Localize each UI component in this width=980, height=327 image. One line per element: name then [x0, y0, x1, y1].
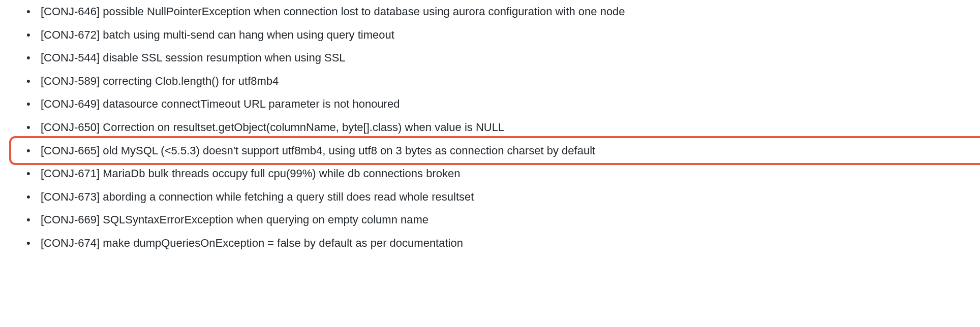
- changelog-item-highlighted: [CONJ-665] old MySQL (<5.5.3) doesn't su…: [30, 139, 970, 162]
- changelog-item-text: [CONJ-544] disable SSL session resumptio…: [41, 51, 346, 64]
- changelog-item: [CONJ-672] batch using multi-send can ha…: [30, 23, 970, 47]
- changelog-item: [CONJ-671] MariaDb bulk threads occupy f…: [30, 162, 970, 185]
- changelog-item-text: [CONJ-649] datasource connectTimeout URL…: [41, 97, 400, 110]
- changelog-item: [CONJ-673] abording a connection while f…: [30, 185, 970, 209]
- changelog-item-text: [CONJ-665] old MySQL (<5.5.3) doesn't su…: [41, 144, 595, 157]
- changelog-item: [CONJ-646] possible NullPointerException…: [30, 0, 970, 23]
- changelog-item-text: [CONJ-673] abording a connection while f…: [41, 190, 474, 203]
- changelog-item-text: [CONJ-650] Correction on resultset.getOb…: [41, 121, 504, 134]
- changelog-item: [CONJ-544] disable SSL session resumptio…: [30, 46, 970, 70]
- changelog-item-text: [CONJ-674] make dumpQueriesOnException =…: [41, 237, 463, 249]
- changelog-item: [CONJ-649] datasource connectTimeout URL…: [30, 92, 970, 116]
- changelog-item: [CONJ-674] make dumpQueriesOnException =…: [30, 232, 970, 255]
- changelog-item: [CONJ-650] Correction on resultset.getOb…: [30, 116, 970, 139]
- changelog-item-text: [CONJ-646] possible NullPointerException…: [41, 5, 625, 18]
- changelog-item-text: [CONJ-671] MariaDb bulk threads occupy f…: [41, 167, 460, 180]
- changelog-list: [CONJ-646] possible NullPointerException…: [10, 0, 970, 255]
- changelog-item: [CONJ-589] correcting Clob.length() for …: [30, 70, 970, 93]
- changelog-item-text: [CONJ-669] SQLSyntaxErrorException when …: [41, 213, 428, 226]
- changelog-item-text: [CONJ-589] correcting Clob.length() for …: [41, 75, 279, 87]
- changelog-item: [CONJ-669] SQLSyntaxErrorException when …: [30, 208, 970, 232]
- changelog-item-text: [CONJ-672] batch using multi-send can ha…: [41, 28, 394, 41]
